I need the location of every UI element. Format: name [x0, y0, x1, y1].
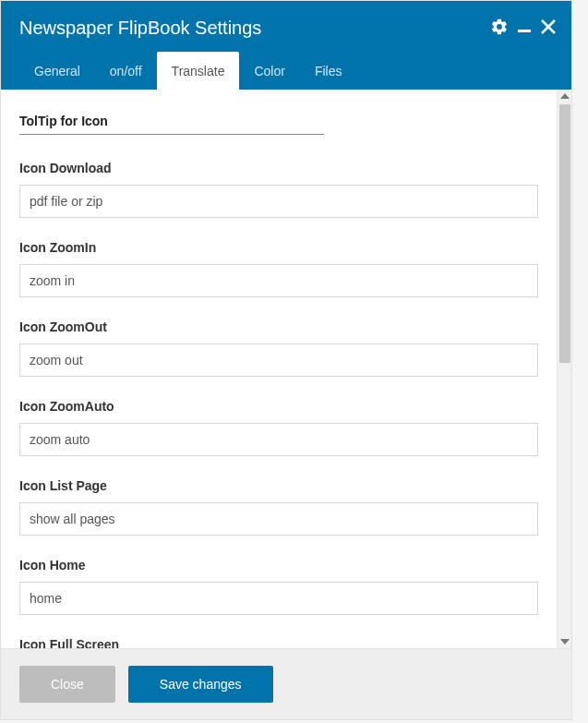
- tab-color[interactable]: Color: [239, 52, 299, 90]
- scrollbar[interactable]: [557, 90, 571, 648]
- input-icon-zoomin[interactable]: [19, 264, 538, 297]
- input-icon-home[interactable]: [19, 582, 538, 615]
- input-icon-download[interactable]: [19, 185, 538, 218]
- label-icon-zoomauto: Icon ZoomAuto: [19, 399, 538, 414]
- scroll-thumb[interactable]: [559, 104, 570, 363]
- window-controls: [490, 18, 557, 36]
- scroll-down-arrow[interactable]: [560, 639, 570, 645]
- scroll-up-arrow[interactable]: [560, 93, 570, 99]
- settings-dialog: Newspaper FlipBook Settings General on/o…: [0, 0, 572, 720]
- tab-onoff[interactable]: on/off: [95, 52, 157, 90]
- section-divider: [19, 134, 324, 135]
- label-icon-download: Icon Download: [19, 161, 538, 175]
- minimize-icon[interactable]: [518, 20, 531, 33]
- content-wrapper: TolTip for Icon Icon Download Icon ZoomI…: [1, 90, 571, 648]
- label-icon-home: Icon Home: [19, 558, 538, 572]
- dialog-title: Newspaper FlipBook Settings: [19, 18, 553, 39]
- field-icon-download: Icon Download: [19, 161, 538, 218]
- tab-files[interactable]: Files: [300, 52, 357, 90]
- field-icon-listpage: Icon List Page: [19, 478, 538, 536]
- tab-general[interactable]: General: [19, 52, 95, 90]
- label-icon-zoomout: Icon ZoomOut: [19, 319, 538, 334]
- input-icon-listpage[interactable]: [19, 502, 538, 536]
- field-icon-home: Icon Home: [19, 558, 538, 615]
- input-icon-zoomout[interactable]: [19, 343, 538, 377]
- tabs: General on/off Translate Color Files: [19, 52, 553, 90]
- close-icon[interactable]: [540, 18, 557, 35]
- content-area: TolTip for Icon Icon Download Icon ZoomI…: [1, 90, 557, 648]
- save-button[interactable]: Save changes: [128, 666, 273, 703]
- tab-translate[interactable]: Translate: [157, 52, 240, 90]
- section-title: TolTip for Icon: [19, 114, 538, 128]
- label-icon-fullscreen: Icon Full Screen: [19, 637, 538, 648]
- dialog-header: Newspaper FlipBook Settings General on/o…: [1, 1, 571, 90]
- field-icon-zoomauto: Icon ZoomAuto: [19, 399, 538, 456]
- close-button[interactable]: Close: [19, 666, 115, 703]
- field-icon-zoomin: Icon ZoomIn: [19, 240, 538, 297]
- label-icon-listpage: Icon List Page: [19, 478, 538, 493]
- dialog-footer: Close Save changes: [1, 648, 571, 719]
- label-icon-zoomin: Icon ZoomIn: [19, 240, 538, 255]
- gear-icon[interactable]: [490, 18, 509, 36]
- field-icon-zoomout: Icon ZoomOut: [19, 319, 538, 377]
- input-icon-zoomauto[interactable]: [19, 423, 538, 456]
